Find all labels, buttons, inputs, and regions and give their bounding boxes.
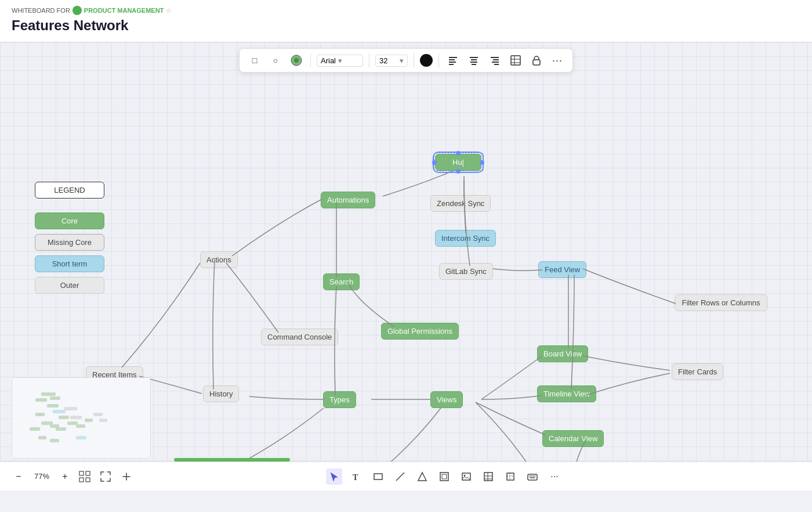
canvas[interactable]: □ ○ Arial ▾ 32 ▾ ··· (0, 42, 812, 491)
rect-tool-btn[interactable]: □ (246, 52, 263, 68)
node-calendar-view[interactable]: Calendar View (542, 430, 604, 447)
font-name: Arial (321, 56, 336, 65)
node-global-permissions[interactable]: Global Permissions (381, 323, 459, 340)
node-actions[interactable]: Actions (200, 251, 238, 268)
divider3 (414, 53, 414, 67)
drawing-tools: T · (326, 468, 563, 485)
node-automations[interactable]: Automations (321, 192, 375, 208)
svg-rect-27 (442, 474, 447, 479)
node-intercom[interactable]: Intercom Sync (435, 230, 496, 247)
svg-rect-26 (440, 473, 448, 481)
node-types[interactable]: Types (323, 391, 356, 408)
node-timeline-view[interactable]: Timeline View (537, 385, 596, 402)
svg-rect-5 (449, 64, 454, 65)
svg-rect-12 (492, 62, 499, 63)
svg-rect-10 (491, 57, 499, 58)
svg-rect-9 (472, 64, 476, 65)
node-views[interactable]: Views (430, 391, 463, 408)
star-icon[interactable]: ☆ (166, 7, 172, 15)
node-feed-view[interactable]: Feed View (538, 261, 586, 278)
node-filter-cards[interactable]: Filter Cards (672, 363, 723, 380)
zoom-level: 77% (30, 472, 53, 481)
divider2 (369, 53, 369, 67)
legend-missing-core: Missing Core (35, 234, 104, 251)
divider4 (438, 53, 439, 67)
svg-rect-24 (374, 474, 382, 479)
frame-tool-btn[interactable] (436, 468, 452, 485)
fit-view-btn[interactable] (97, 468, 114, 485)
svg-rect-37 (528, 474, 537, 480)
legend-title: LEGEND (35, 182, 104, 199)
node-command-console[interactable]: Command Console (261, 329, 338, 345)
image-tool-btn[interactable] (458, 468, 474, 485)
bottom-toolbar: − 77% + T (0, 461, 812, 491)
node-hub[interactable]: Hu| (435, 154, 481, 171)
zoom-out-btn[interactable]: − (12, 470, 26, 484)
table-tool-btn[interactable] (480, 468, 496, 485)
font-size-value: 32 (379, 56, 387, 65)
svg-rect-8 (470, 62, 477, 63)
svg-rect-3 (449, 59, 455, 60)
whiteboard-label-text: WHITEBOARD FOR (12, 7, 70, 14)
legend-panel: LEGEND Core Missing Core Short term Oute… (35, 182, 104, 294)
keyboard-tool-btn[interactable] (524, 468, 541, 485)
product-label-text: PRODUCT MANAGEMENT (84, 7, 164, 14)
formatting-toolbar: □ ○ Arial ▾ 32 ▾ ··· (239, 48, 573, 73)
rect-tool-btn[interactable] (370, 468, 386, 485)
table-format-btn[interactable] (507, 52, 524, 68)
svg-point-1 (294, 58, 299, 63)
circle-tool-btn[interactable]: ○ (267, 52, 284, 68)
line-tool-btn[interactable] (392, 468, 408, 485)
color-tool-btn[interactable] (288, 52, 304, 68)
font-selector[interactable]: Arial ▾ (317, 55, 363, 67)
legend-short-term: Short term (35, 255, 104, 272)
more-tools-btn[interactable]: ··· (546, 468, 563, 485)
breadcrumb: WHITEBOARD FOR PRODUCT MANAGEMENT ☆ (12, 6, 800, 15)
align-left-btn[interactable] (445, 52, 461, 68)
pointer-tool-btn[interactable] (326, 468, 342, 485)
divider (310, 53, 311, 67)
svg-rect-11 (493, 59, 499, 60)
svg-rect-21 (79, 478, 84, 482)
font-size-selector[interactable]: 32 ▾ (375, 55, 408, 67)
product-icon (72, 6, 82, 15)
node-board-view[interactable]: Board View (537, 345, 588, 362)
zoom-in-btn[interactable]: + (58, 470, 72, 484)
node-filter-rows[interactable]: Filter Rows or Columns (675, 294, 767, 311)
node-zendesk[interactable]: Zendesk Sync (430, 195, 491, 212)
minimap[interactable] (12, 377, 151, 459)
svg-rect-20 (86, 471, 90, 475)
svg-line-25 (396, 473, 404, 481)
node-gitlab[interactable]: GitLab Sync (439, 263, 493, 280)
size-dropdown-icon: ▾ (400, 56, 404, 65)
text-tool-btn[interactable]: T (348, 468, 364, 485)
grid-toggle-btn[interactable] (77, 468, 93, 485)
svg-rect-22 (86, 478, 90, 482)
legend-core: Core (35, 212, 104, 229)
node-history[interactable]: History (203, 385, 239, 402)
zoom-controls: − 77% + (12, 468, 135, 485)
svg-text:T: T (353, 473, 358, 482)
svg-rect-4 (449, 62, 456, 63)
more-options-btn[interactable]: ··· (549, 52, 566, 68)
svg-rect-2 (449, 57, 457, 58)
align-center-btn[interactable] (466, 52, 482, 68)
node-search[interactable]: Search (323, 273, 360, 290)
svg-rect-18 (533, 60, 540, 65)
legend-outer: Outer (35, 277, 104, 294)
svg-rect-6 (470, 57, 478, 58)
triangle-tool-btn[interactable] (414, 468, 430, 485)
header: WHITEBOARD FOR PRODUCT MANAGEMENT ☆ Feat… (0, 0, 812, 42)
expand-btn[interactable] (118, 468, 135, 485)
svg-rect-34 (507, 473, 514, 480)
svg-rect-19 (79, 471, 84, 475)
crop-tool-btn[interactable] (502, 468, 519, 485)
lock-btn[interactable] (528, 52, 545, 68)
page-title: Features Network (12, 17, 800, 34)
text-color-swatch[interactable] (420, 54, 433, 67)
align-right-btn[interactable] (487, 52, 503, 68)
svg-rect-30 (484, 473, 492, 481)
svg-point-29 (464, 474, 466, 476)
font-dropdown-icon: ▾ (338, 56, 342, 65)
minimap-content (12, 378, 150, 458)
